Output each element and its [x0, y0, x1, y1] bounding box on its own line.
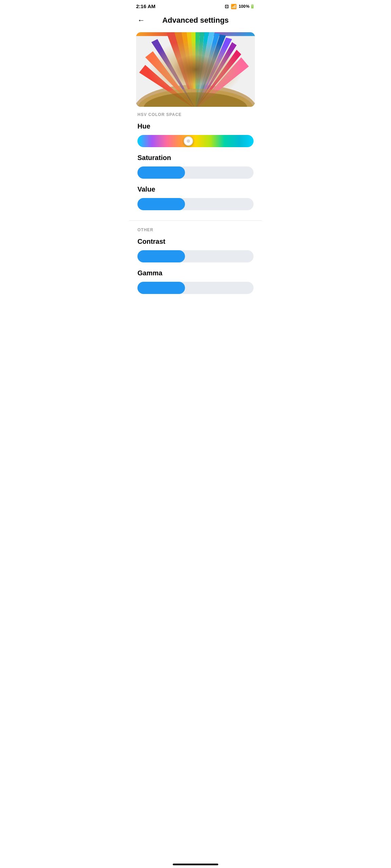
- svg-point-40: [137, 89, 253, 107]
- status-bar: 2:16 AM ⊡ 📶 100% 🔋: [129, 0, 262, 11]
- svg-marker-18: [196, 89, 209, 107]
- svg-marker-31: [196, 50, 241, 107]
- svg-marker-36: [147, 96, 196, 107]
- svg-marker-12: [191, 89, 196, 107]
- svg-marker-13: [196, 32, 200, 107]
- gamma-label: Gamma: [137, 269, 254, 277]
- contrast-slider-track[interactable]: [137, 250, 254, 262]
- header: ← Advanced settings: [129, 11, 262, 32]
- svg-marker-26: [196, 92, 230, 107]
- svg-marker-38: [141, 99, 196, 107]
- svg-point-41: [144, 92, 247, 107]
- contrast-slider-section: Contrast: [129, 238, 262, 269]
- svg-marker-25: [196, 38, 232, 107]
- contrast-label: Contrast: [137, 238, 254, 245]
- svg-marker-8: [182, 90, 196, 107]
- svg-point-1: [136, 85, 255, 107]
- other-section-label: OTHER: [129, 228, 262, 232]
- hue-slider-bg: [137, 135, 254, 147]
- battery-icon: 100% 🔋: [239, 4, 255, 9]
- svg-marker-29: [151, 39, 196, 107]
- value-slider-section: Value: [129, 185, 262, 217]
- svg-marker-10: [187, 89, 196, 107]
- value-label: Value: [137, 185, 254, 193]
- svg-marker-19: [196, 32, 215, 107]
- hue-slider-track[interactable]: [137, 135, 254, 147]
- svg-marker-27: [196, 42, 237, 107]
- svg-marker-37: [139, 65, 196, 107]
- svg-marker-35: [145, 51, 196, 107]
- svg-marker-28: [196, 93, 236, 107]
- svg-marker-32: [196, 96, 240, 107]
- status-icons: ⊡ 📶 100% 🔋: [225, 4, 255, 9]
- svg-marker-7: [181, 32, 196, 107]
- hue-slider-section: Hue: [129, 122, 262, 154]
- back-button[interactable]: ←: [136, 15, 146, 25]
- svg-marker-2: [167, 33, 196, 107]
- gamma-slider-section: Gamma: [129, 269, 262, 301]
- svg-marker-34: [196, 98, 248, 107]
- content: HSV COLOR SPACE Hue Saturation Value OTH…: [129, 32, 262, 314]
- svg-marker-3: [167, 33, 196, 107]
- wifi-icon: 📶: [231, 4, 237, 9]
- svg-rect-0: [136, 36, 255, 103]
- saturation-slider-track[interactable]: [137, 166, 254, 179]
- saturation-filled-track: [137, 166, 185, 179]
- svg-marker-17: [196, 32, 209, 107]
- svg-marker-23: [196, 35, 226, 107]
- hsv-section-label: HSV COLOR SPACE: [129, 112, 262, 117]
- svg-point-39: [136, 87, 255, 107]
- contrast-filled-track: [137, 250, 185, 262]
- svg-marker-16: [196, 89, 204, 107]
- value-slider-track[interactable]: [137, 198, 254, 210]
- svg-marker-14: [196, 89, 200, 107]
- gamma-slider-track[interactable]: [137, 282, 254, 294]
- status-time: 2:16 AM: [136, 3, 155, 9]
- camera-icon: ⊡: [225, 4, 229, 9]
- page-title: Advanced settings: [162, 16, 229, 25]
- svg-marker-24: [196, 91, 225, 107]
- gamma-filled-track: [137, 282, 185, 294]
- pencils-illustration: [136, 32, 255, 107]
- hue-label: Hue: [137, 122, 254, 130]
- section-divider: [129, 220, 262, 221]
- svg-marker-5: [174, 32, 196, 107]
- svg-marker-15: [196, 32, 205, 107]
- preview-image: [136, 32, 255, 107]
- svg-marker-4: [170, 89, 196, 107]
- value-filled-track: [137, 198, 185, 210]
- svg-marker-22: [196, 90, 219, 107]
- svg-marker-33: [196, 57, 249, 107]
- svg-marker-20: [196, 89, 214, 107]
- svg-marker-6: [175, 90, 196, 107]
- saturation-slider-section: Saturation: [129, 154, 262, 185]
- svg-marker-11: [191, 32, 196, 107]
- svg-marker-30: [153, 93, 196, 107]
- svg-marker-9: [186, 32, 196, 107]
- saturation-label: Saturation: [137, 154, 254, 162]
- svg-marker-21: [196, 33, 220, 107]
- hue-gradient: [137, 135, 254, 147]
